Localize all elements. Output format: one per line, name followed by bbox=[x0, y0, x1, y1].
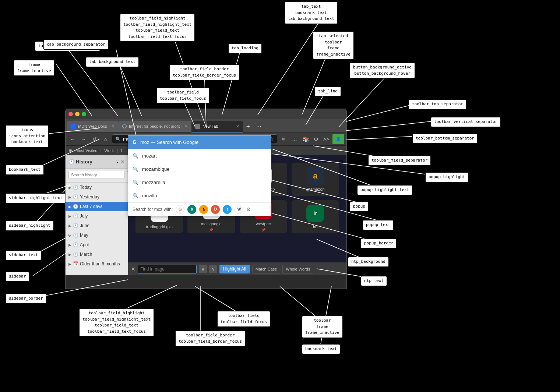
find-prev-button[interactable]: ∧ bbox=[199, 265, 207, 273]
autocomplete-item-mozart[interactable]: 🔍 mozart bbox=[128, 149, 271, 162]
sidebar-item-march[interactable]: ▶ 🕐 March bbox=[66, 250, 128, 259]
find-bar: ✕ ∧ ∨ Highlight All Match Case Whole Wor… bbox=[128, 262, 346, 275]
overflow-button[interactable]: >> bbox=[321, 134, 331, 144]
ntp-tile-pin-westpac: 📌 bbox=[261, 228, 265, 232]
search-history-icon-3: 🔍 bbox=[133, 180, 138, 185]
label-cab-bg-sep: cab background separator bbox=[43, 40, 109, 50]
engine-google-button[interactable]: G bbox=[176, 205, 184, 214]
sidebar-item-june[interactable]: ▶ 🕐 June bbox=[66, 221, 128, 230]
profile-avatar[interactable]: 👤 bbox=[332, 134, 344, 144]
browser-tab-newtab[interactable]: New Tab ✕ bbox=[191, 121, 243, 132]
bookmark-work[interactable]: Work bbox=[105, 148, 114, 153]
label-toolbar-field-sep: toolbar_field_separator bbox=[368, 156, 431, 166]
autocomplete-text-mozart: mozart bbox=[142, 153, 157, 159]
autocomplete-item-search[interactable]: G moz — Search with Google bbox=[128, 135, 271, 149]
find-whole-words-button[interactable]: Whole Words bbox=[282, 265, 313, 273]
sidebar-item-may[interactable]: ▶ 🕐 May bbox=[66, 230, 128, 240]
sidebar-arrow-july: ▶ bbox=[68, 214, 71, 218]
minimize-window-button[interactable] bbox=[75, 112, 80, 116]
tab-active-line bbox=[191, 132, 243, 133]
home-button[interactable]: ⌂ bbox=[101, 134, 110, 144]
engine-wiki-button[interactable]: W bbox=[235, 205, 243, 214]
find-next-button[interactable]: ∨ bbox=[209, 265, 217, 273]
label-toolbar-frame-bottom: toolbarframeframe_inactive bbox=[302, 316, 343, 338]
sidebar-item-last7days[interactable]: ▶ 🕐 Last 7 days bbox=[66, 202, 128, 211]
tab-loading-indicator bbox=[122, 124, 127, 128]
sidebar-close-button[interactable]: ✕ bbox=[120, 159, 125, 165]
tab-close-mozilla[interactable]: ✕ bbox=[184, 124, 188, 129]
autocomplete-item-mozilla[interactable]: 🔍 mozilla bbox=[128, 189, 271, 202]
label-toolbar-field-border: toolbar_field_bordertoolbar_field_border… bbox=[169, 64, 239, 80]
autocomplete-item-mozzarella[interactable]: 🔍 mozzarella bbox=[128, 176, 271, 189]
ntp-tile-ird[interactable]: ir ird bbox=[292, 200, 339, 233]
label-popup-highlight: popup_highlight bbox=[425, 172, 468, 182]
sidebar-history-icon[interactable]: 📚 bbox=[301, 134, 310, 144]
sidebar-arrow-older: ▶ bbox=[68, 262, 71, 266]
sidebar-title: History bbox=[76, 159, 115, 165]
sidebar-chevron-icon[interactable]: ∨ bbox=[116, 159, 119, 164]
engine-bing-button[interactable]: b bbox=[187, 205, 196, 214]
sidebar-item-older[interactable]: ▶ 📅 Older than 6 months bbox=[66, 259, 128, 269]
bookmark-f[interactable]: f bbox=[121, 148, 122, 153]
sidebar-item-today[interactable]: ▶ 🕐 Today bbox=[66, 183, 128, 192]
label-toolbar-field: toolbar_field_highlighttoolbar_field_hig… bbox=[120, 14, 195, 42]
engine-amazon-button[interactable]: a bbox=[199, 205, 208, 214]
maximize-window-button[interactable] bbox=[82, 112, 86, 116]
search-history-icon-2: 🔍 bbox=[133, 166, 138, 172]
sidebar-search-area: View ∨ bbox=[66, 169, 128, 183]
sidebar-search-input[interactable] bbox=[68, 171, 124, 179]
tab-close-mdn[interactable]: ✕ bbox=[112, 124, 115, 129]
gear-settings-icon[interactable]: ⚙ bbox=[338, 158, 344, 165]
engine-duck-button[interactable]: D bbox=[211, 205, 220, 214]
tab-title-newtab: New Tab bbox=[202, 124, 234, 128]
sidebar-clock-march: 🕐 bbox=[73, 252, 78, 257]
sidebar-item-yesterday[interactable]: ▶ 🕐 Yesterday bbox=[66, 192, 128, 202]
search-engine-settings-icon[interactable]: ⚙ bbox=[246, 206, 251, 212]
bookmark-separator-2: | bbox=[117, 148, 118, 153]
find-close-button[interactable]: ✕ bbox=[131, 266, 135, 272]
bookmark-settings-icon[interactable]: ⚙ bbox=[68, 148, 73, 153]
extensions-button[interactable]: ⊞ bbox=[279, 134, 288, 144]
bookmark-most-visited[interactable]: Most Visited bbox=[75, 148, 98, 153]
sidebar-label-april: April bbox=[80, 242, 89, 247]
menu-button[interactable]: … bbox=[290, 134, 299, 144]
sidebar-toolbar-area: 📚 ⚙ >> bbox=[301, 134, 331, 144]
engine-twitter-button[interactable]: t bbox=[223, 205, 232, 214]
label-bookmark-text-bottom: bookmark_text bbox=[302, 344, 340, 354]
sidebar-arrow-march: ▶ bbox=[68, 252, 71, 257]
svg-line-31 bbox=[195, 286, 239, 313]
svg-line-3 bbox=[118, 61, 142, 116]
find-highlight-all-button[interactable]: Highlight All bbox=[219, 265, 250, 273]
find-match-case-button[interactable]: Match Case bbox=[252, 265, 281, 273]
find-input[interactable] bbox=[138, 265, 197, 273]
ntp-tile-amazon[interactable]: a @amazon bbox=[292, 163, 339, 196]
tab-favicon-newtab bbox=[195, 124, 200, 129]
sidebar-header: 🕐 History ∨ ✕ bbox=[66, 155, 128, 169]
label-toolbar-bottom-sep: toolbar_bottom_separator bbox=[412, 134, 478, 144]
forward-button[interactable]: → bbox=[79, 134, 88, 144]
reload-button[interactable]: ↺ bbox=[90, 134, 99, 144]
google-icon: G bbox=[133, 139, 137, 145]
tab-close-newtab[interactable]: ✕ bbox=[236, 124, 239, 129]
sidebar-item-april[interactable]: ▶ 🕐 April bbox=[66, 240, 128, 250]
search-history-icon-1: 🔍 bbox=[133, 153, 138, 159]
sidebar-label-march: March bbox=[80, 252, 92, 257]
back-button[interactable]: ← bbox=[68, 134, 77, 144]
browser-tab-mozilla[interactable]: Internet for people, not profit - ✕ bbox=[119, 121, 191, 132]
autocomplete-item-mozambique[interactable]: 🔍 mozambique bbox=[128, 162, 271, 176]
search-with-text: Search for moz with: bbox=[133, 207, 173, 212]
tab-title-mdn: MDN Web Docs bbox=[78, 124, 109, 128]
sidebar-item-july[interactable]: ▶ 🕐 July bbox=[66, 211, 128, 221]
close-window-button[interactable] bbox=[68, 112, 73, 116]
search-icon: 🔍 bbox=[115, 137, 121, 142]
tab-overflow-button[interactable]: ⋯ bbox=[253, 121, 264, 132]
label-sidebar-highlight: sidebar_highlight bbox=[6, 221, 54, 231]
customize-button[interactable]: ⚙ bbox=[311, 134, 321, 144]
browser-tab-mdn[interactable]: MDN Web Docs ✕ bbox=[67, 121, 119, 132]
new-tab-button[interactable]: + bbox=[243, 121, 253, 132]
ntp-tile-label-westpac: westpac bbox=[256, 222, 271, 226]
label-toolbar-field-border-bottom: toolbar_field_bordertoolbar_field_border… bbox=[175, 331, 245, 346]
autocomplete-dropdown: G moz — Search with Google 🔍 mozart 🔍 mo… bbox=[128, 135, 271, 216]
label-toolbar-field-focus: toolbar_fieldtoolbar_field_focus bbox=[156, 88, 209, 103]
label-sidebar-highlight-text: sidebar_highlight_text bbox=[6, 193, 66, 203]
